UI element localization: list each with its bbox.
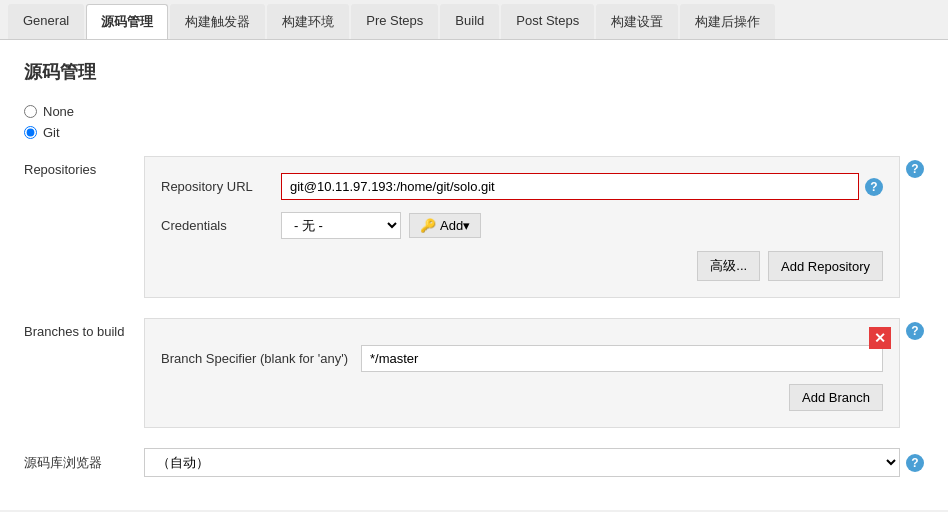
browser-select[interactable]: （自动） [144, 448, 900, 477]
tab-postbuild[interactable]: 构建后操作 [680, 4, 775, 39]
tab-settings[interactable]: 构建设置 [596, 4, 678, 39]
tab-general[interactable]: General [8, 4, 84, 39]
repo-url-help-icon[interactable]: ? [865, 178, 883, 196]
add-branch-button[interactable]: Add Branch [789, 384, 883, 411]
tab-bar: General 源码管理 构建触发器 构建环境 Pre Steps Build … [0, 0, 948, 40]
credentials-label: Credentials [161, 218, 281, 233]
repositories-label: Repositories [24, 156, 144, 177]
credentials-row: Credentials - 无 - 🔑 Add▾ [161, 212, 883, 239]
branch-close-button[interactable]: ✕ [869, 327, 891, 349]
page-title: 源码管理 [24, 60, 924, 84]
browser-label: 源码库浏览器 [24, 454, 144, 472]
repositories-section: Repositories Repository URL ? Credential… [24, 156, 924, 298]
radio-none-option[interactable]: None [24, 104, 924, 119]
radio-none-label: None [43, 104, 74, 119]
key-icon: 🔑 [420, 218, 436, 233]
branches-section: Branches to build ✕ Branch Specifier (bl… [24, 318, 924, 428]
radio-none[interactable] [24, 105, 37, 118]
radio-git-option[interactable]: Git [24, 125, 924, 140]
tab-presteps[interactable]: Pre Steps [351, 4, 438, 39]
branches-row-with-help: ✕ Branch Specifier (blank for 'any') Add… [144, 318, 924, 428]
branch-field-row: Branch Specifier (blank for 'any') [161, 345, 883, 372]
add-credentials-button[interactable]: 🔑 Add▾ [409, 213, 481, 238]
radio-git-label: Git [43, 125, 60, 140]
repo-actions: 高级... Add Repository [161, 251, 883, 281]
repo-url-label: Repository URL [161, 179, 281, 194]
add-credentials-label: Add▾ [440, 218, 470, 233]
radio-git[interactable] [24, 126, 37, 139]
radio-group: None Git [24, 104, 924, 140]
tab-source[interactable]: 源码管理 [86, 4, 168, 39]
branch-actions: Add Branch [161, 384, 883, 411]
tab-env[interactable]: 构建环境 [267, 4, 349, 39]
advanced-button[interactable]: 高级... [697, 251, 760, 281]
add-repository-button[interactable]: Add Repository [768, 251, 883, 281]
branch-specifier-label: Branch Specifier (blank for 'any') [161, 351, 361, 366]
repo-url-row: Repository URL ? [161, 173, 883, 200]
tab-trigger[interactable]: 构建触发器 [170, 4, 265, 39]
repo-url-input[interactable] [281, 173, 859, 200]
repositories-row-with-help: Repository URL ? Credentials - 无 - 🔑 Add… [144, 156, 924, 298]
branches-help-icon[interactable]: ? [906, 322, 924, 340]
tab-build[interactable]: Build [440, 4, 499, 39]
branches-label: Branches to build [24, 318, 144, 339]
repositories-help-icon[interactable]: ? [906, 160, 924, 178]
main-content: 源码管理 None Git Repositories Repository UR… [0, 40, 948, 510]
credentials-select[interactable]: - 无 - [281, 212, 401, 239]
repo-box: Repository URL ? Credentials - 无 - 🔑 Add… [144, 156, 900, 298]
browser-help-icon[interactable]: ? [906, 454, 924, 472]
browser-section: 源码库浏览器 （自动） ? [24, 448, 924, 477]
branch-specifier-input[interactable] [361, 345, 883, 372]
branch-box: ✕ Branch Specifier (blank for 'any') Add… [144, 318, 900, 428]
tab-poststeps[interactable]: Post Steps [501, 4, 594, 39]
